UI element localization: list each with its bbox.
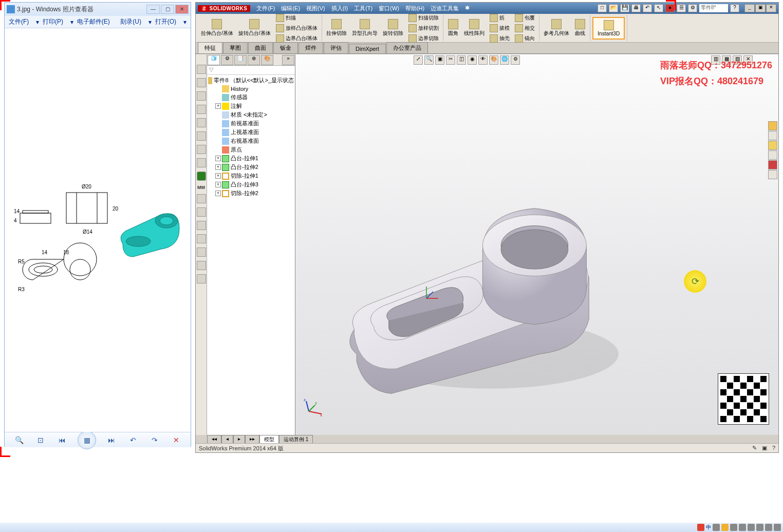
minimize-button[interactable]: —: [146, 5, 160, 14]
tree-node[interactable]: 传感器: [208, 93, 294, 102]
3d-model[interactable]: [321, 142, 629, 398]
status-edit-icon[interactable]: ✎: [752, 445, 757, 451]
rotate-cw-icon[interactable]: ↷: [148, 434, 161, 446]
new-icon[interactable]: □: [598, 4, 607, 12]
undo-icon[interactable]: ↶: [643, 4, 652, 12]
st-icon[interactable]: [197, 207, 206, 217]
axis-triad-icon[interactable]: x z y: [304, 396, 324, 416]
curves-button[interactable]: 曲线: [572, 18, 588, 38]
linear-pattern-button[interactable]: 线性阵列: [462, 18, 487, 38]
tray-icon[interactable]: [713, 524, 720, 531]
pv-menu-file[interactable]: 文件(F): [9, 17, 29, 26]
open-icon[interactable]: 📂: [609, 4, 618, 12]
windows-taskbar[interactable]: 中: [0, 523, 783, 532]
tree-node[interactable]: 原点: [208, 145, 294, 154]
tab-features[interactable]: 特征: [198, 42, 222, 53]
tray-icon[interactable]: [774, 524, 781, 531]
doc-restore-button[interactable]: ▣: [755, 4, 766, 12]
menu-file[interactable]: 文件(F): [256, 5, 275, 12]
doc-minimize-button[interactable]: _: [744, 4, 755, 12]
zoom-icon[interactable]: 🔍: [424, 55, 434, 65]
tab-dimxpert[interactable]: DimXpert: [349, 44, 386, 53]
tree-node[interactable]: 上视基准面: [208, 128, 294, 137]
taskpane-icon[interactable]: [768, 160, 777, 169]
revolve-boss-button[interactable]: 旋转凸台/基体: [236, 18, 273, 38]
revolve-cut-button[interactable]: 旋转切除: [381, 18, 405, 38]
st-icon[interactable]: [197, 91, 206, 101]
shell-button[interactable]: 抽壳: [488, 33, 512, 44]
tab-surface[interactable]: 曲面: [248, 42, 273, 53]
loft-cut-button[interactable]: 放样切割: [406, 23, 441, 33]
maximize-button[interactable]: ▢: [161, 5, 174, 14]
orient-icon[interactable]: ⤢: [414, 55, 423, 65]
st-icon[interactable]: [197, 248, 206, 257]
fit-icon[interactable]: ⊡: [34, 434, 47, 446]
pv-menu-open[interactable]: 打开(O): [155, 17, 176, 26]
pv-menu-burn[interactable]: 刻录(U): [120, 17, 141, 26]
draft-button[interactable]: 拔模: [488, 23, 512, 33]
fillet-button[interactable]: 圆角: [445, 18, 461, 38]
tree-node[interactable]: History: [208, 85, 294, 93]
instant3d-button[interactable]: Instant3D: [592, 17, 625, 40]
st-icon[interactable]: [197, 145, 206, 154]
tray-icon[interactable]: [748, 524, 755, 531]
btab-nav[interactable]: ◂◂: [207, 435, 221, 443]
view-icon[interactable]: ◫: [457, 55, 466, 65]
select-icon[interactable]: ↖: [654, 4, 663, 12]
st-icon[interactable]: [197, 274, 206, 283]
rotate-ccw-icon[interactable]: ↶: [127, 434, 139, 446]
pv-titlebar[interactable]: 3.jpg - Windows 照片查看器 — ▢ ✕: [5, 3, 191, 16]
tray-icon[interactable]: [756, 524, 763, 531]
st-icon[interactable]: [197, 158, 206, 167]
menu-tools[interactable]: 工具(T): [354, 5, 372, 12]
st-icon[interactable]: [197, 172, 206, 181]
tab-sketch[interactable]: 草图: [223, 42, 248, 53]
tree-node[interactable]: +切除-拉伸1: [208, 172, 294, 180]
taskpane-icon[interactable]: [768, 141, 777, 150]
tray-icon[interactable]: [730, 524, 737, 531]
zoomfit-icon[interactable]: ▣: [435, 55, 444, 65]
tree-node[interactable]: +凸台-拉伸3: [208, 180, 294, 189]
section-icon[interactable]: ✂: [446, 55, 455, 65]
loft-button[interactable]: 放样凸台/基体: [274, 23, 320, 33]
menu-insert[interactable]: 插入(I): [331, 5, 348, 12]
st-icon[interactable]: [197, 65, 206, 74]
tree-node[interactable]: +凸台-拉伸2: [208, 163, 294, 172]
options-icon[interactable]: ☰: [677, 4, 686, 12]
tree-tab-prop-icon[interactable]: ⚙: [221, 55, 233, 65]
tree-node[interactable]: 右视基准面: [208, 137, 294, 145]
tree-node[interactable]: +注解: [208, 102, 294, 110]
tree-filter-input[interactable]: ▽: [207, 66, 295, 75]
tray-icon[interactable]: [739, 524, 746, 531]
tray-icon[interactable]: [765, 524, 772, 531]
slideshow-button[interactable]: ▦: [78, 431, 96, 449]
tray-icon[interactable]: [697, 524, 704, 531]
menu-pin-icon[interactable]: ✱: [465, 5, 470, 12]
tree-expand-icon[interactable]: »: [282, 55, 294, 65]
sweep-button[interactable]: 扫描: [274, 13, 320, 23]
tab-motion[interactable]: 运动算例 1: [279, 435, 313, 443]
taskpane-icon[interactable]: [768, 121, 777, 130]
tree-node[interactable]: 前视基准面: [208, 119, 294, 128]
tree-tab-feature-icon[interactable]: 🧊: [208, 55, 220, 65]
status-custom-icon[interactable]: ▣: [762, 445, 767, 451]
tree-tab-display-icon[interactable]: 🎨: [261, 55, 273, 65]
tree-tab-dim-icon[interactable]: ⊕: [248, 55, 260, 65]
rib-button[interactable]: 筋: [488, 13, 512, 23]
sweep-cut-button[interactable]: 扫描切除: [406, 13, 441, 23]
feature-tree[interactable]: 零件8 （默认<<默认>_显示状态 History传感器+注解材质 <未指定>前…: [207, 75, 295, 435]
st-icon[interactable]: [197, 131, 206, 141]
appear-icon[interactable]: 🌐: [500, 55, 509, 65]
extrude-boss-button[interactable]: 拉伸凸台/基体: [199, 18, 235, 38]
st-icon[interactable]: [197, 78, 206, 87]
tab-model[interactable]: 模型: [259, 435, 279, 443]
zoom-icon[interactable]: 🔍: [13, 434, 25, 446]
tab-sheetmetal[interactable]: 钣金: [273, 42, 298, 53]
st-icon[interactable]: [197, 234, 206, 243]
menu-edit[interactable]: 编辑(E): [281, 5, 300, 12]
st-icon[interactable]: [197, 118, 206, 127]
taskpane-icon[interactable]: [768, 150, 777, 160]
view-settings-icon[interactable]: ⚙: [511, 55, 520, 65]
menu-window[interactable]: 窗口(W): [379, 5, 399, 12]
pv-menu-email[interactable]: 电子邮件(E): [77, 17, 110, 26]
